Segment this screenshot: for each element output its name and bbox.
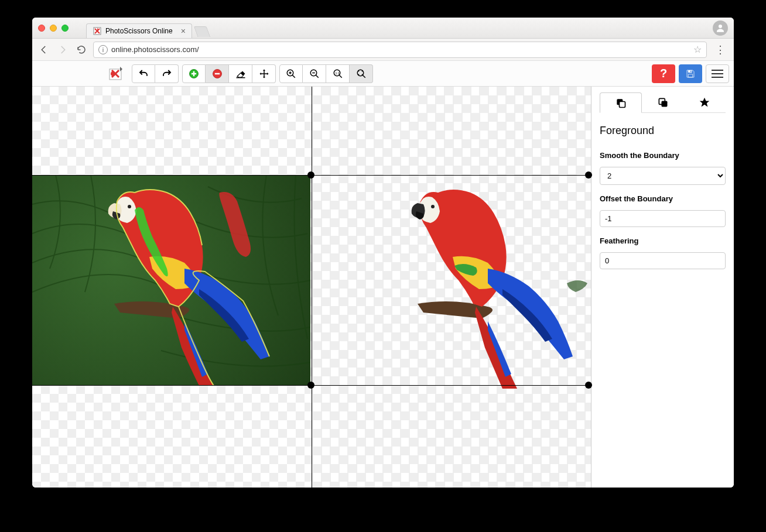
divider-handle-bottom[interactable] bbox=[307, 382, 314, 389]
offset-input[interactable] bbox=[600, 210, 726, 227]
zoom-fit-button[interactable] bbox=[350, 64, 373, 83]
offset-label: Offset the Boundary bbox=[600, 194, 726, 203]
tab-title: PhotoScissors Online bbox=[105, 27, 173, 35]
source-image bbox=[32, 175, 310, 386]
zoom-in-button[interactable] bbox=[279, 64, 303, 83]
menu-button[interactable] bbox=[706, 64, 729, 83]
canvas-area bbox=[32, 87, 591, 488]
feathering-input[interactable] bbox=[600, 252, 726, 269]
reload-button[interactable] bbox=[74, 43, 88, 57]
smooth-select[interactable]: 2 bbox=[600, 167, 726, 185]
app-logo-icon bbox=[107, 64, 126, 83]
sidebar: Foreground Smooth the Boundary 2 Offset … bbox=[591, 87, 734, 488]
undo-button[interactable] bbox=[132, 64, 155, 83]
svg-rect-13 bbox=[690, 70, 692, 71]
help-icon: ? bbox=[660, 67, 667, 80]
save-button[interactable] bbox=[679, 64, 702, 83]
forward-button[interactable] bbox=[56, 43, 70, 57]
address-bar[interactable]: i online.photoscissors.com/ ☆ bbox=[93, 42, 707, 58]
svg-rect-19 bbox=[661, 101, 667, 107]
svg-point-15 bbox=[431, 205, 435, 208]
smooth-label: Smooth the Boundary bbox=[600, 151, 726, 160]
maximize-window-button[interactable] bbox=[61, 25, 69, 32]
browser-navbar: i online.photoscissors.com/ ☆ ⋮ bbox=[32, 39, 734, 61]
svg-point-14 bbox=[128, 205, 131, 208]
foreground-marker-button[interactable] bbox=[182, 64, 206, 83]
window-controls bbox=[38, 25, 69, 32]
close-window-button[interactable] bbox=[38, 25, 45, 32]
svg-point-3 bbox=[111, 71, 115, 76]
source-pane[interactable] bbox=[32, 87, 312, 488]
workspace: Foreground Smooth the Boundary 2 Offset … bbox=[32, 87, 734, 488]
browser-menu-button[interactable]: ⋮ bbox=[712, 43, 729, 56]
redo-button[interactable] bbox=[155, 64, 179, 83]
move-button[interactable] bbox=[252, 64, 276, 83]
svg-point-1 bbox=[719, 25, 722, 28]
hamburger-icon bbox=[712, 70, 723, 71]
result-pane[interactable] bbox=[312, 87, 591, 488]
panel-title: Foreground bbox=[600, 125, 726, 137]
back-button[interactable] bbox=[37, 43, 51, 57]
url-text: online.photoscissors.com/ bbox=[111, 45, 199, 54]
browser-tab[interactable]: PhotoScissors Online × bbox=[86, 23, 192, 38]
tab-foreground[interactable] bbox=[600, 92, 642, 113]
background-marker-button[interactable] bbox=[206, 64, 229, 83]
favicon-icon bbox=[93, 26, 102, 36]
tab-close-icon[interactable]: × bbox=[181, 26, 186, 36]
background-tab-icon bbox=[657, 97, 669, 108]
bookmark-star-icon[interactable]: ☆ bbox=[693, 44, 702, 55]
sidebar-tabs bbox=[600, 92, 726, 113]
new-tab-button[interactable] bbox=[194, 26, 211, 37]
eraser-button[interactable] bbox=[229, 64, 252, 83]
browser-window: PhotoScissors Online × i online.photosci… bbox=[32, 18, 734, 488]
save-icon bbox=[685, 68, 696, 79]
result-image bbox=[362, 175, 591, 392]
minimize-window-button[interactable] bbox=[50, 25, 57, 32]
star-tab-icon bbox=[699, 97, 710, 108]
svg-rect-17 bbox=[619, 101, 625, 107]
crop-handle-top-right[interactable] bbox=[585, 171, 592, 179]
zoom-actual-button[interactable]: 1:1 bbox=[326, 64, 350, 83]
svg-text:1:1: 1:1 bbox=[335, 71, 339, 74]
app-toolbar: 1:1 ? bbox=[32, 61, 734, 87]
zoom-out-button[interactable] bbox=[303, 64, 326, 83]
feathering-label: Feathering bbox=[600, 236, 726, 245]
foreground-tab-icon bbox=[615, 97, 627, 109]
crop-handle-bottom-right[interactable] bbox=[585, 382, 592, 389]
divider-handle-top[interactable] bbox=[307, 171, 314, 179]
help-button[interactable]: ? bbox=[652, 64, 675, 83]
user-profile-button[interactable] bbox=[713, 20, 728, 36]
titlebar: PhotoScissors Online × bbox=[32, 18, 734, 39]
site-info-icon[interactable]: i bbox=[98, 45, 108, 54]
tab-effects[interactable] bbox=[683, 92, 726, 112]
tab-background[interactable] bbox=[642, 92, 684, 112]
